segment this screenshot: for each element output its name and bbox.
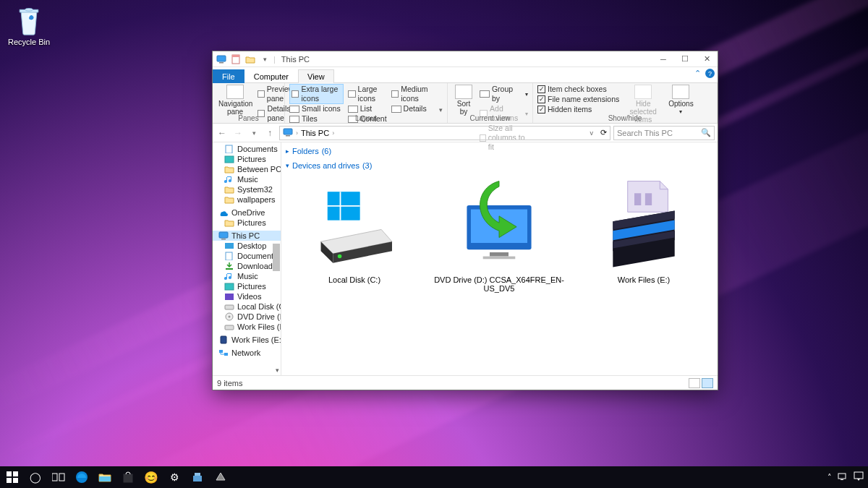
view-icons-button[interactable] — [702, 378, 713, 388]
svg-rect-36 — [645, 193, 652, 205]
properties-qat-icon[interactable] — [230, 53, 242, 65]
nav-recent-dropdown[interactable]: ▾ — [247, 127, 260, 140]
drive-local-disk-c[interactable]: Local Disk (C:) — [286, 177, 423, 293]
svg-rect-35 — [634, 193, 641, 205]
app-taskbar-icon-1[interactable]: 😊 — [143, 469, 159, 485]
nav-item-onedrive-pictures[interactable]: Pictures — [213, 218, 281, 228]
svg-rect-12 — [225, 243, 234, 249]
svg-rect-34 — [483, 257, 516, 260]
titlebar[interactable]: ▾ | This PC ─ ☐ ✕ — [213, 51, 718, 67]
nav-item-documents[interactable]: Documents — [213, 144, 281, 154]
chevron-right-icon: ▸ — [286, 147, 289, 155]
nav-item-work-files-e[interactable]: Work Files (E:) — [213, 322, 281, 332]
drive-work-files-e[interactable]: Work Files (E:) — [575, 177, 712, 293]
nav-scroll-down-icon[interactable]: ▾ — [276, 367, 279, 374]
refresh-icon[interactable]: ⟳ — [600, 128, 607, 137]
current-view-label: Current view — [452, 114, 528, 122]
breadcrumb-thispc[interactable]: This PC — [301, 129, 329, 137]
nav-item-local-disk-c[interactable]: Local Disk (C:) — [213, 301, 281, 312]
desktop-recycle-bin[interactable]: Recycle Bin — [3, 4, 55, 46]
navigation-tree[interactable]: Documents Pictures Between PCs Music Sys… — [213, 142, 281, 375]
group-folders-header[interactable]: ▸ Folders (6) — [286, 144, 713, 158]
tray-network-icon[interactable] — [838, 472, 848, 482]
help-icon[interactable]: ? — [705, 69, 715, 78]
nav-forward-button[interactable]: → — [231, 127, 244, 140]
tab-file[interactable]: File — [213, 69, 244, 83]
item-checkboxes-toggle[interactable]: ✓Item check boxes — [537, 85, 619, 94]
svg-rect-41 — [52, 474, 57, 481]
nav-item-documents-pc[interactable]: Documents — [213, 251, 281, 261]
nav-item-pictures-pc[interactable]: Pictures — [213, 281, 281, 291]
system-tray[interactable]: ˄ — [827, 471, 864, 483]
nav-item-wallpapers[interactable]: wallpapers — [213, 194, 281, 205]
task-view-button[interactable] — [51, 469, 67, 485]
minimize-button[interactable]: ─ — [652, 51, 674, 67]
nav-item-work-files-ext[interactable]: Work Files (E:) — [213, 335, 281, 345]
cortana-button[interactable]: ◯ — [27, 469, 43, 485]
svg-rect-20 — [225, 325, 234, 330]
nav-item-between-pcs[interactable]: Between PCs — [213, 164, 281, 174]
layout-small[interactable]: Small icons — [289, 104, 344, 114]
content-area[interactable]: ▸ Folders (6) ▾ Devices and drives (3) — [281, 142, 718, 375]
tray-action-center-icon[interactable] — [854, 471, 864, 483]
nav-item-pictures[interactable]: Pictures — [213, 154, 281, 164]
nav-item-this-pc[interactable]: This PC — [213, 231, 281, 241]
layout-list[interactable]: List — [348, 104, 387, 114]
app-taskbar-icon-2[interactable] — [190, 469, 205, 485]
svg-rect-42 — [59, 474, 64, 481]
nav-up-button[interactable]: ↑ — [263, 127, 276, 140]
svg-rect-49 — [841, 479, 843, 480]
store-taskbar-icon[interactable] — [120, 469, 136, 485]
settings-taskbar-icon[interactable]: ⚙ — [166, 469, 182, 485]
tab-computer[interactable]: Computer — [244, 69, 298, 83]
svg-rect-10 — [219, 232, 228, 238]
maximize-button[interactable]: ☐ — [674, 51, 696, 67]
svg-point-19 — [229, 316, 231, 318]
group-devices-header[interactable]: ▾ Devices and drives (3) — [286, 158, 713, 173]
layout-details[interactable]: Details — [391, 104, 435, 114]
svg-rect-48 — [838, 474, 846, 479]
svg-rect-2 — [217, 56, 226, 61]
qat-dropdown-icon[interactable]: ▾ — [259, 53, 271, 65]
svg-rect-7 — [286, 135, 290, 137]
file-extensions-toggle[interactable]: ✓File name extensions — [537, 95, 619, 104]
nav-item-music-pc[interactable]: Music — [213, 271, 281, 281]
nav-item-music-qa[interactable]: Music — [213, 174, 281, 184]
group-by-button[interactable]: Group by ▾ — [480, 85, 528, 103]
layout-medium[interactable]: Medium icons — [391, 85, 435, 103]
window-title: This PC — [281, 55, 310, 64]
layout-more-icon[interactable]: ▾ — [439, 106, 443, 114]
nav-item-system32[interactable]: System32 — [213, 184, 281, 194]
ribbon-collapse-icon[interactable]: ⌃ — [694, 69, 701, 78]
view-details-button[interactable] — [689, 378, 700, 388]
address-bar[interactable]: › This PC › v ⟳ — [279, 126, 610, 140]
nav-item-onedrive[interactable]: OneDrive — [213, 207, 281, 218]
navigation-pane-button[interactable]: Navigation pane — [217, 85, 253, 116]
app-taskbar-icon-3[interactable] — [213, 469, 229, 485]
nav-item-desktop[interactable]: Desktop — [213, 241, 281, 251]
svg-rect-9 — [225, 156, 234, 163]
search-box[interactable]: Search This PC 🔍 — [613, 126, 715, 140]
nav-item-videos[interactable]: Videos — [213, 291, 281, 301]
taskbar[interactable]: ◯ 😊 ⚙ ˄ — [0, 466, 868, 488]
nav-scrollbar-thumb[interactable] — [273, 244, 280, 271]
drive-dvd-d[interactable]: DVD Drive (D:) CCSA_X64FRE_EN-US_DV5 — [430, 177, 568, 293]
layout-large[interactable]: Large icons — [348, 85, 387, 103]
edge-taskbar-icon[interactable] — [74, 469, 90, 485]
sort-by-button[interactable]: Sort by — [452, 85, 475, 116]
address-dropdown-icon[interactable]: v — [590, 129, 594, 137]
tab-view[interactable]: View — [298, 69, 334, 83]
options-button[interactable]: Options▾ — [667, 85, 694, 115]
close-button[interactable]: ✕ — [696, 51, 718, 67]
svg-rect-15 — [225, 283, 234, 290]
start-button[interactable] — [4, 469, 20, 485]
nav-item-dvd-drive[interactable]: DVD Drive (D:) C — [213, 312, 281, 322]
layout-extra-large[interactable]: Extra large icons — [289, 84, 344, 104]
nav-back-button[interactable]: ← — [216, 127, 229, 140]
new-folder-qat-icon[interactable] — [244, 53, 256, 65]
file-explorer-taskbar-icon[interactable] — [97, 469, 113, 485]
tray-chevron-icon[interactable]: ˄ — [827, 473, 832, 482]
svg-rect-27 — [328, 192, 360, 205]
nav-item-downloads[interactable]: Downloads — [213, 261, 281, 271]
nav-item-network[interactable]: Network — [213, 348, 281, 358]
